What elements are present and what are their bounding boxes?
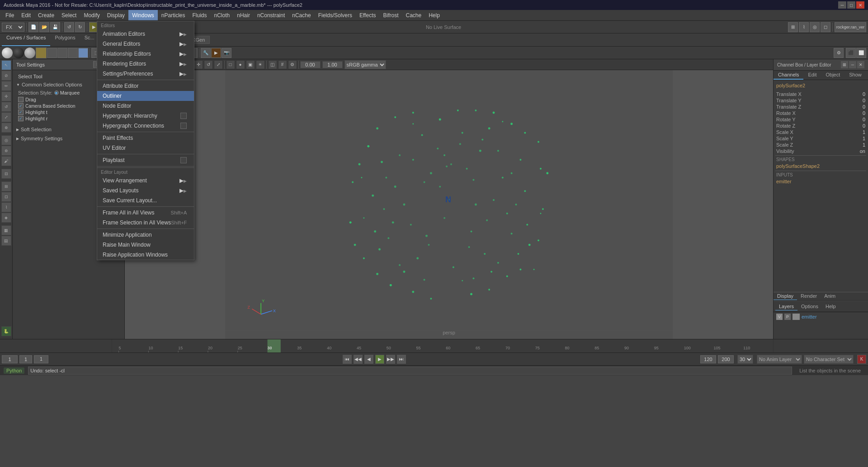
wireframe-btn[interactable]: □ (226, 60, 235, 69)
speed-select[interactable]: 30 (737, 355, 753, 364)
marquee-option[interactable]: Marquee (54, 90, 80, 95)
sphere-grey-btn[interactable] (24, 48, 35, 58)
snap-curve-btn2[interactable]: ⌇ (1, 202, 11, 212)
drag-checkbox[interactable] (18, 97, 24, 102)
redo-btn[interactable]: ↻ (75, 22, 85, 32)
menu-animation-editors[interactable]: Animation Editors ▶ (97, 29, 194, 39)
translate-z-value[interactable]: 0 (863, 104, 865, 110)
snap-point-btn2[interactable]: ⊡ (1, 192, 11, 202)
highlight2-checkbox[interactable]: ✓ (18, 116, 24, 121)
ipr-btn[interactable]: 📷 (222, 48, 231, 58)
snap-grid-btn2[interactable]: ⊞ (1, 181, 11, 191)
tab-curves-surfaces[interactable]: Curves / Surfaces (2, 33, 50, 46)
scale-z-value[interactable]: 1 (863, 142, 865, 148)
menu-raise-main[interactable]: Raise Main Window (97, 240, 194, 250)
menu-select[interactable]: Select (58, 10, 80, 20)
snap-live-btn[interactable]: ◈ (1, 213, 11, 223)
menu-ncloth[interactable]: nCloth (211, 10, 234, 20)
render-region-btn[interactable]: ▦ (1, 225, 11, 235)
paint-sel-btn[interactable]: ✏ (1, 81, 11, 91)
new-file-btn[interactable]: 📄 (28, 22, 38, 32)
cb-tab-show[interactable]: Show (844, 71, 866, 80)
grid-btn[interactable]: # (278, 60, 287, 69)
undo-btn[interactable]: ↺ (64, 22, 74, 32)
snap-surface-btn[interactable]: ◻ (821, 22, 830, 32)
layer-color-swatch[interactable] (793, 314, 800, 320)
rockger-btn[interactable]: rockger.ran_ver (835, 22, 866, 32)
menu-file[interactable]: File (2, 10, 18, 20)
material3-btn[interactable] (57, 48, 67, 58)
menu-minimize-app[interactable]: Minimize Application (97, 230, 194, 240)
menu-help[interactable]: Help (425, 10, 443, 20)
end-frame-input[interactable] (700, 355, 716, 363)
camera-settings-btn[interactable]: ⚙ (288, 60, 297, 69)
menu-display[interactable]: Display (104, 10, 128, 20)
scale-x-value[interactable]: 1 (863, 129, 865, 135)
material4-btn[interactable] (68, 48, 78, 58)
highlight1-checkbox[interactable]: ✓ (18, 110, 24, 115)
minimize-cb-btn[interactable]: ─ (849, 61, 856, 68)
menu-node-editor[interactable]: Node Editor (97, 101, 194, 111)
help-sub-tab[interactable]: Help (822, 303, 840, 310)
sculpt-btn[interactable]: ⊛ (1, 146, 11, 156)
view-scale-btn[interactable]: ⤢ (214, 60, 223, 69)
lp-tab-anim[interactable]: Anim (821, 292, 839, 300)
layout1-btn[interactable]: ⬛ (846, 48, 856, 58)
menu-windows[interactable]: Windows (128, 10, 158, 20)
menu-bifrost[interactable]: Bifrost (379, 10, 402, 20)
texture-btn[interactable]: ▣ (246, 60, 255, 69)
step-fwd-btn[interactable]: ▶▶ (386, 355, 395, 364)
menu-nhair[interactable]: nHair (233, 10, 254, 20)
snap-grid-btn[interactable]: ⊞ (788, 22, 798, 32)
select-tool-btn[interactable]: ↖ (1, 60, 11, 70)
material1-btn[interactable] (36, 48, 47, 58)
rotate-x-value[interactable]: 0 (863, 110, 865, 116)
menu-saved-layouts[interactable]: Saved Layouts ▶ (97, 186, 194, 195)
menu-hypergraph-hierarchy[interactable]: Hypergraph: Hierarchy (97, 111, 194, 121)
layer-p-btn[interactable]: P (784, 314, 791, 320)
menu-frame-all[interactable]: Frame All in All Views Shift+A (97, 208, 194, 218)
cb-tab-edit[interactable]: Edit (803, 71, 821, 80)
menu-ncache[interactable]: nCache (288, 10, 314, 20)
play-fwd-btn[interactable]: ▶ (375, 355, 384, 364)
menu-view-arrangement[interactable]: View Arrangement ▶ (97, 176, 194, 186)
translate-y-value[interactable]: 0 (863, 98, 865, 103)
render-frame-btn[interactable]: ▶ (211, 48, 221, 58)
menu-nconstraint[interactable]: nConstraint (254, 10, 288, 20)
marquee-radio[interactable] (54, 91, 59, 95)
rotate-y-value[interactable]: 0 (863, 117, 865, 122)
menu-fluids[interactable]: Fluids (189, 10, 211, 20)
workspace-dropdown[interactable]: FX (2, 23, 24, 32)
lp-tab-render[interactable]: Render (797, 292, 821, 300)
options-sub-tab[interactable]: Options (797, 303, 822, 310)
menu-playblast[interactable]: Playblast (97, 155, 194, 165)
menu-rendering-editors[interactable]: Rendering Editors ▶ (97, 59, 194, 69)
move-btn[interactable]: ✛ (1, 91, 11, 101)
settings-btn[interactable]: ⚙ (834, 48, 844, 58)
mel-python-btn[interactable]: 🐍 (1, 326, 11, 336)
menu-cache[interactable]: Cache (402, 10, 425, 20)
command-input[interactable] (28, 367, 792, 375)
visibility-value[interactable]: on (860, 148, 865, 154)
menu-relationship-editors[interactable]: Relationship Editors ▶ (97, 49, 194, 59)
close-cb-btn[interactable]: ✕ (857, 61, 864, 68)
lp-tab-display[interactable]: Display (774, 292, 797, 300)
menu-raise-app[interactable]: Raise Application Windows (97, 250, 194, 260)
isolate-btn[interactable]: ◫ (268, 60, 277, 69)
snap-point-btn[interactable]: ◎ (810, 22, 820, 32)
tab-sculpt[interactable]: Sc... (80, 33, 99, 46)
paint-weights-btn[interactable]: 🖌 (1, 156, 11, 166)
close-button[interactable]: ✕ (856, 1, 864, 9)
menu-settings-preferences[interactable]: Settings/Preferences ▶ (97, 69, 194, 79)
sphere-dark-btn[interactable] (13, 48, 24, 58)
menu-fields[interactable]: Fields/Solvers (315, 10, 356, 20)
save-btn[interactable]: 💾 (50, 22, 60, 32)
camera-checkbox[interactable]: ✓ (18, 103, 24, 109)
float-btn[interactable]: ⊞ (841, 61, 848, 68)
view-translate-btn[interactable]: ✛ (194, 60, 203, 69)
anim-end-input[interactable] (718, 355, 734, 363)
scale-y-value[interactable]: 1 (863, 136, 865, 141)
layers-sub-tab[interactable]: Layers (775, 303, 797, 310)
snap-curve-btn[interactable]: ⌇ (799, 22, 809, 32)
lights-btn[interactable]: ☀ (256, 60, 265, 69)
